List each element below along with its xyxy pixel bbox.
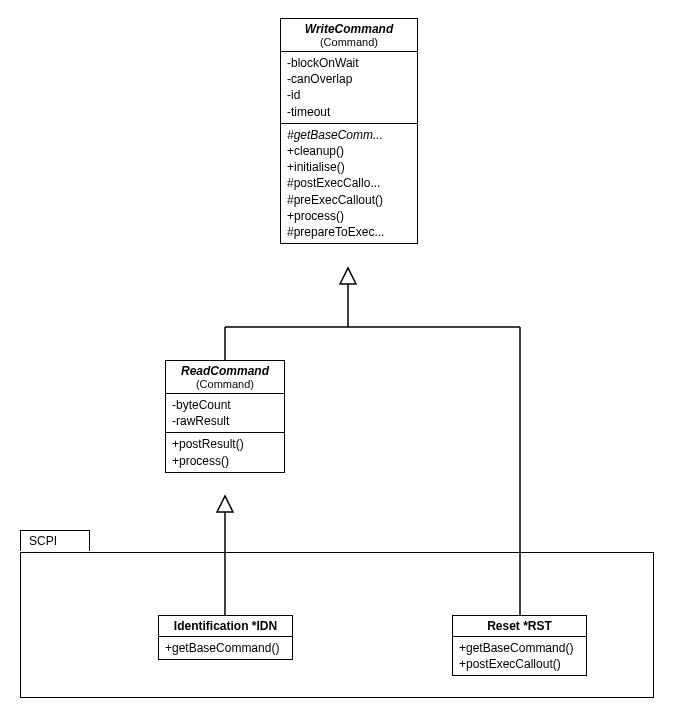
svg-marker-5 (217, 496, 233, 512)
class-stereotype: (Command) (172, 378, 278, 390)
class-operation: #getBaseComm... (287, 127, 411, 143)
class-operations: +getBaseCommand() (159, 637, 292, 659)
class-stereotype: (Command) (287, 36, 411, 48)
class-attribute: -timeout (287, 104, 411, 120)
class-operations: +postResult() +process() (166, 433, 284, 471)
class-title-section: WriteCommand (Command) (281, 19, 417, 52)
class-operation: +getBaseCommand() (459, 640, 580, 656)
class-operations: +getBaseCommand() +postExecCallout() (453, 637, 586, 675)
class-title-section: ReadCommand (Command) (166, 361, 284, 394)
class-operation: #preExecCallout() (287, 192, 411, 208)
class-write-command: WriteCommand (Command) -blockOnWait -can… (280, 18, 418, 244)
svg-marker-0 (340, 268, 356, 284)
class-attribute: -blockOnWait (287, 55, 411, 71)
class-attribute: -rawResult (172, 413, 278, 429)
class-name: Reset *RST (459, 619, 580, 633)
package-tab-scpi: SCPI (20, 530, 90, 551)
class-operation: #prepareToExec... (287, 224, 411, 240)
class-title-section: Reset *RST (453, 616, 586, 637)
class-operation: +process() (172, 453, 278, 469)
class-identification: Identification *IDN +getBaseCommand() (158, 615, 293, 660)
class-name: WriteCommand (287, 22, 411, 36)
class-operation: +initialise() (287, 159, 411, 175)
class-attributes: -blockOnWait -canOverlap -id -timeout (281, 52, 417, 124)
class-reset: Reset *RST +getBaseCommand() +postExecCa… (452, 615, 587, 676)
class-attribute: -canOverlap (287, 71, 411, 87)
class-operation: #postExecCallo... (287, 175, 411, 191)
class-operation: +process() (287, 208, 411, 224)
class-attributes: -byteCount -rawResult (166, 394, 284, 433)
class-operation: +postResult() (172, 436, 278, 452)
class-read-command: ReadCommand (Command) -byteCount -rawRes… (165, 360, 285, 473)
class-name: Identification *IDN (165, 619, 286, 633)
package-name: SCPI (29, 534, 57, 548)
class-operations: #getBaseComm... +cleanup() +initialise()… (281, 124, 417, 243)
class-operation: +postExecCallout() (459, 656, 580, 672)
class-attribute: -id (287, 87, 411, 103)
diagram-canvas: SCPI WriteCommand (Command) (0, 0, 674, 720)
class-operation: +cleanup() (287, 143, 411, 159)
class-name: ReadCommand (172, 364, 278, 378)
class-operation: +getBaseCommand() (165, 640, 286, 656)
class-attribute: -byteCount (172, 397, 278, 413)
class-title-section: Identification *IDN (159, 616, 292, 637)
